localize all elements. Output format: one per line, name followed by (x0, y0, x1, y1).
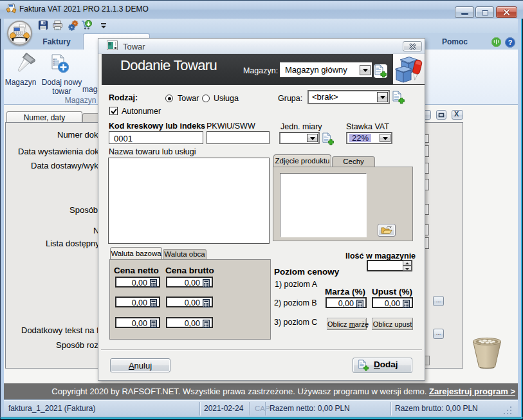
svg-text:?: ? (508, 39, 513, 46)
